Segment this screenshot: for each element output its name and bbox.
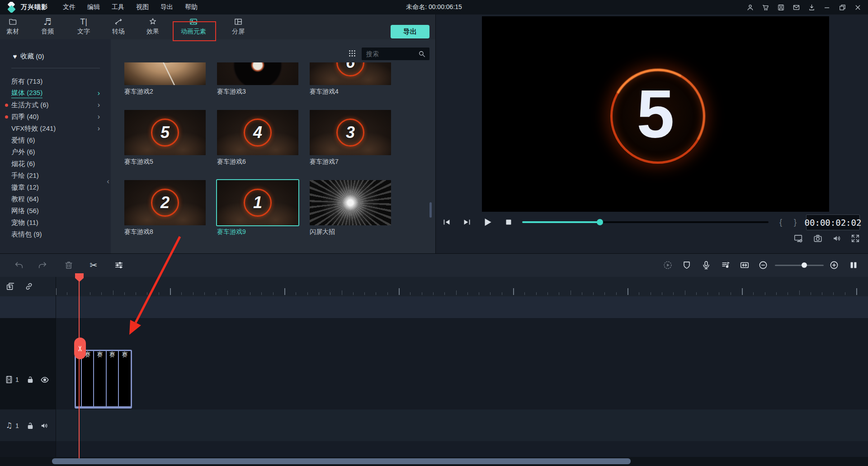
save-button[interactable] <box>777 4 785 11</box>
chevron-right-icon[interactable]: › <box>98 113 100 121</box>
seek-bar-handle[interactable] <box>597 219 603 225</box>
timeline-zoom-handle[interactable] <box>802 262 807 268</box>
sidebar-item-4[interactable]: VFX特效 (241)› <box>0 123 111 134</box>
sidebar-collapse-chevron-icon[interactable]: ‹ <box>104 176 112 187</box>
audio-track-area[interactable] <box>0 409 868 441</box>
chevron-right-icon[interactable]: › <box>98 124 100 133</box>
media-grid-item-thumb[interactable]: 5 <box>124 110 206 155</box>
sidebar-item-12[interactable]: 宠物 (11) <box>0 217 111 228</box>
sidebar-item-label: 烟花 (6) <box>11 160 35 168</box>
audio-track-mute-speaker-icon[interactable] <box>39 421 49 430</box>
media-grid-scrollbar[interactable] <box>429 202 432 218</box>
sidebar-item-11[interactable]: 网络 (56) <box>0 205 111 217</box>
tab-0[interactable]: 素材 <box>6 17 19 36</box>
sidebar-item-9[interactable]: 徽章 (12) <box>0 181 111 193</box>
fullscreen-icon[interactable] <box>850 233 860 243</box>
fit-timeline-icon[interactable] <box>740 260 750 270</box>
media-grid-item-thumb[interactable] <box>310 180 391 225</box>
media-grid-item-thumb[interactable] <box>217 62 298 85</box>
media-grid-item-thumb[interactable]: 2 <box>124 180 206 225</box>
menu-item-3[interactable]: 视图 <box>130 3 155 11</box>
sidebar-item-13[interactable]: 表情包 (9) <box>0 228 111 240</box>
timeline-hscroll-thumb[interactable] <box>52 458 631 464</box>
timeline-zoom-slider[interactable] <box>775 265 824 266</box>
add-track-icon[interactable] <box>5 281 15 291</box>
menu-item-0[interactable]: 文件 <box>57 3 81 11</box>
split-scissors-icon[interactable]: ✂ <box>89 260 99 270</box>
sidebar-item-10[interactable]: 教程 (64) <box>0 193 111 205</box>
playhead-cut-scissors-icon[interactable]: ✂ <box>74 338 86 359</box>
stop-button[interactable] <box>504 217 514 227</box>
video-track-visibility-eye-icon[interactable] <box>40 375 50 385</box>
volume-icon[interactable] <box>832 233 842 243</box>
next-frame-button[interactable] <box>462 217 472 227</box>
sidebar-item-2[interactable]: 生活方式 (6)› <box>0 99 111 111</box>
minimize-button[interactable] <box>823 4 831 11</box>
timeline-clip[interactable]: 赛赛赛赛 <box>75 350 132 409</box>
zoom-in-icon[interactable] <box>829 260 839 270</box>
zoom-out-icon[interactable] <box>758 260 768 270</box>
clip-segment-3[interactable]: 赛 <box>107 351 118 406</box>
media-grid-item-thumb[interactable]: 6 <box>310 62 391 85</box>
export-button[interactable]: 导出 <box>391 25 429 38</box>
restore-button[interactable] <box>839 4 846 11</box>
sidebar-item-0[interactable]: 所有 (713) <box>0 76 111 87</box>
undo-icon[interactable] <box>14 260 24 270</box>
audio-mixer-icon[interactable] <box>721 260 731 270</box>
panel-layout-icon[interactable] <box>849 260 859 270</box>
previous-frame-button[interactable] <box>442 217 452 227</box>
audio-track-lock-icon[interactable] <box>26 421 35 430</box>
store-cart-button[interactable] <box>762 4 769 11</box>
tab-3[interactable]: 转场 <box>112 17 125 36</box>
voiceover-mic-icon[interactable] <box>701 260 711 270</box>
sidebar-item-6[interactable]: 户外 (6) <box>0 146 111 158</box>
chevron-right-icon[interactable]: › <box>98 89 100 97</box>
sidebar-item-7[interactable]: 烟花 (6) <box>0 158 111 170</box>
display-settings-icon[interactable] <box>793 233 803 243</box>
sidebar-item-5[interactable]: 爱情 (6) <box>0 134 111 146</box>
marker-icon[interactable] <box>682 260 692 270</box>
media-grid-item-thumb[interactable]: 3 <box>310 110 391 155</box>
media-grid-item-thumb[interactable]: 4 <box>217 110 298 155</box>
menu-item-1[interactable]: 编辑 <box>81 3 106 11</box>
link-clips-icon[interactable] <box>24 281 34 291</box>
tab-4[interactable]: 效果 <box>146 17 159 36</box>
mail-button[interactable] <box>793 4 800 11</box>
tab-5[interactable]: 动画元素 <box>181 17 206 36</box>
heart-icon: ♥ <box>11 52 19 60</box>
download-icon <box>808 4 816 11</box>
search-input[interactable] <box>362 50 418 58</box>
adjust-properties-icon[interactable] <box>114 260 124 270</box>
sidebar-item-3[interactable]: 四季 (40)› <box>0 111 111 123</box>
download-button[interactable] <box>808 4 816 11</box>
redo-icon[interactable] <box>38 260 47 270</box>
media-grid-item-thumb[interactable] <box>124 62 206 85</box>
media-grid-item-thumb[interactable]: 1 <box>217 180 298 225</box>
play-button[interactable] <box>481 216 493 228</box>
menu-item-2[interactable]: 工具 <box>106 3 130 11</box>
sidebar-item-favorites[interactable]: ♥ 收藏 (0) <box>11 51 44 62</box>
clip-segment-1[interactable]: 赛 <box>82 351 93 406</box>
sidebar-item-1[interactable]: 媒体 (235)› <box>0 87 111 99</box>
mark-in-icon[interactable]: { <box>777 217 785 227</box>
sidebar-item-8[interactable]: 手绘 (21) <box>0 170 111 181</box>
clip-segment-2[interactable]: 赛 <box>94 351 105 406</box>
playhead-line[interactable] <box>79 274 80 458</box>
timeline-ruler[interactable]: 00:00:00:0000:00:10:0000:00:20:0000:00:3… <box>0 277 868 296</box>
close-button[interactable] <box>854 4 862 11</box>
search-icon[interactable] <box>418 50 426 58</box>
tab-6[interactable]: 分屏 <box>232 17 245 36</box>
delete-icon[interactable] <box>64 260 74 270</box>
snapshot-camera-icon[interactable] <box>813 233 823 243</box>
tab-1[interactable]: ♬音频 <box>41 17 54 36</box>
video-track-lock-icon[interactable] <box>26 375 35 384</box>
clip-segment-4[interactable]: 赛 <box>119 351 131 406</box>
render-preview-icon[interactable] <box>663 260 673 270</box>
grid-view-icon[interactable] <box>348 49 357 58</box>
chevron-right-icon[interactable]: › <box>98 101 100 109</box>
mark-out-icon[interactable]: } <box>791 217 799 227</box>
user-button[interactable] <box>746 4 754 11</box>
menu-item-4[interactable]: 导出 <box>155 3 179 11</box>
menu-item-5[interactable]: 帮助 <box>179 3 203 11</box>
tab-2[interactable]: T|文字 <box>77 17 90 36</box>
